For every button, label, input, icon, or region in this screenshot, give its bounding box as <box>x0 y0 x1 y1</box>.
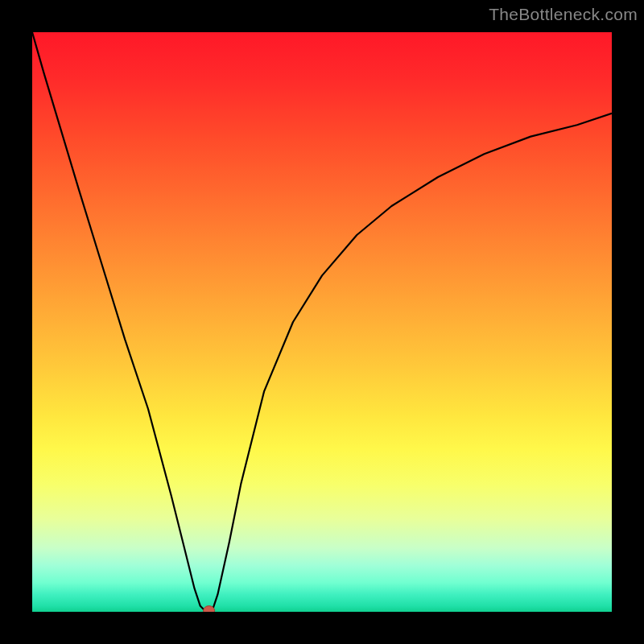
bottleneck-curve-path <box>32 32 612 612</box>
watermark-label: TheBottleneck.com <box>489 5 638 24</box>
chart-svg <box>32 32 612 612</box>
optimal-point-marker <box>204 606 215 612</box>
chart-container: TheBottleneck.com <box>0 0 644 644</box>
plot-area <box>32 32 612 612</box>
